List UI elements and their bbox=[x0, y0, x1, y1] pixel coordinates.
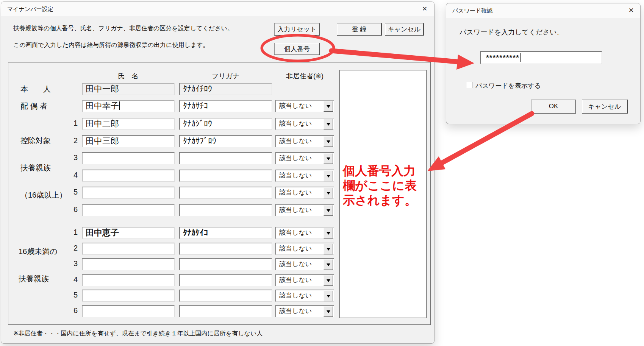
nonresident-dropdown[interactable]: 該当しない bbox=[275, 100, 334, 112]
furigana-input[interactable]: ﾀﾅｶｲﾁﾛｳ bbox=[179, 83, 272, 95]
name-input[interactable] bbox=[82, 152, 175, 164]
dropdown-selected-value: 該当しない bbox=[279, 189, 312, 196]
row-number: 4 bbox=[60, 275, 78, 284]
dropdown-button[interactable] bbox=[324, 119, 333, 129]
furigana-input[interactable] bbox=[179, 204, 272, 216]
dropdown-button[interactable] bbox=[324, 291, 333, 301]
password-input[interactable]: ********** bbox=[480, 51, 602, 64]
name-input[interactable] bbox=[82, 290, 175, 302]
nonresident-dropdown[interactable]: 該当しない bbox=[275, 274, 334, 286]
name-input[interactable] bbox=[82, 187, 175, 199]
dropdown-selected-value: 該当しない bbox=[279, 172, 312, 179]
dropdown-button[interactable] bbox=[324, 205, 333, 216]
dropdown-button[interactable] bbox=[324, 306, 333, 317]
dropdown-selected-value: 該当しない bbox=[279, 154, 312, 162]
name-input[interactable]: 田中三郎 bbox=[82, 135, 175, 147]
chevron-down-icon bbox=[327, 123, 330, 126]
name-input[interactable]: 田中幸子 bbox=[82, 100, 175, 112]
password-dialog-title: パスワード確認 bbox=[452, 7, 492, 14]
ok-button[interactable]: OK bbox=[531, 100, 576, 114]
name-input[interactable] bbox=[82, 258, 175, 270]
chevron-down-icon bbox=[327, 175, 330, 178]
row-number: 4 bbox=[60, 171, 78, 179]
furigana-input[interactable] bbox=[179, 274, 272, 286]
password-cancel-button[interactable]: キャンセル bbox=[582, 100, 628, 114]
dropdown-button[interactable] bbox=[324, 153, 333, 164]
show-password-checkbox[interactable] bbox=[466, 82, 472, 88]
callout-line: 個人番号入力 bbox=[343, 164, 428, 178]
dropdown-button[interactable] bbox=[324, 171, 333, 181]
nonresident-dropdown[interactable]: 該当しない bbox=[275, 204, 334, 216]
nonresident-dropdown[interactable]: 該当しない bbox=[275, 135, 334, 147]
table-row: 3該当しない bbox=[1, 152, 434, 164]
name-input[interactable]: 田中二郎 bbox=[82, 118, 175, 130]
dropdown-selected-value: 該当しない bbox=[279, 137, 312, 145]
nonresident-dropdown[interactable]: 該当しない bbox=[275, 187, 334, 199]
dropdown-button[interactable] bbox=[324, 275, 333, 286]
row-number: 2 bbox=[60, 244, 78, 252]
name-input[interactable] bbox=[82, 170, 175, 182]
nonresident-dropdown[interactable]: 該当しない bbox=[275, 118, 334, 130]
furigana-input[interactable] bbox=[179, 243, 272, 255]
password-masked-value: ********** bbox=[486, 53, 519, 62]
table-row: 1田中恵子ﾀﾅｶｹｲｺ該当しない bbox=[1, 227, 434, 239]
password-prompt: パスワードを入力してください。 bbox=[460, 28, 564, 37]
dropdown-button[interactable] bbox=[324, 136, 333, 147]
furigana-input[interactable] bbox=[179, 305, 272, 317]
name-input[interactable]: 田中恵子 bbox=[82, 227, 175, 239]
text-cursor bbox=[520, 53, 521, 62]
dropdown-selected-value: 該当しない bbox=[279, 120, 312, 127]
name-input[interactable] bbox=[82, 305, 175, 317]
nonresident-dropdown[interactable]: 該当しない bbox=[275, 152, 334, 164]
row-number: 1 bbox=[60, 228, 78, 237]
chevron-down-icon bbox=[327, 232, 330, 235]
name-input[interactable] bbox=[82, 274, 175, 286]
row-number: 2 bbox=[60, 136, 78, 145]
dropdown-selected-value: 該当しない bbox=[279, 260, 312, 268]
name-input[interactable] bbox=[82, 204, 175, 216]
row-number: 5 bbox=[60, 188, 78, 196]
dropdown-button[interactable] bbox=[324, 101, 333, 112]
chevron-down-icon bbox=[327, 157, 330, 160]
row-number: 1 bbox=[60, 119, 78, 128]
chevron-down-icon bbox=[327, 248, 330, 251]
table-row: 4該当しない bbox=[1, 274, 434, 286]
chevron-down-icon bbox=[327, 279, 330, 282]
show-password-label: パスワードを表示する bbox=[475, 81, 541, 90]
chevron-down-icon bbox=[327, 105, 330, 108]
furigana-input[interactable]: ﾀﾅｶｻﾁｺ bbox=[179, 100, 272, 112]
dropdown-button[interactable] bbox=[324, 244, 333, 254]
nonresident-dropdown[interactable]: 該当しない bbox=[275, 290, 334, 302]
furigana-input[interactable] bbox=[179, 258, 272, 270]
nonresident-dropdown[interactable]: 該当しない bbox=[275, 258, 334, 270]
close-icon[interactable]: ✕ bbox=[624, 5, 638, 16]
row-number: 5 bbox=[60, 291, 78, 299]
dropdown-button[interactable] bbox=[324, 188, 333, 198]
nonresident-dropdown[interactable]: 該当しない bbox=[275, 170, 334, 182]
furigana-input[interactable] bbox=[179, 187, 272, 199]
dropdown-selected-value: 該当しない bbox=[279, 206, 312, 214]
name-input[interactable] bbox=[82, 243, 175, 255]
dropdown-button[interactable] bbox=[324, 259, 333, 270]
name-input[interactable]: 田中一郎 bbox=[82, 83, 175, 95]
furigana-input[interactable]: ﾀﾅｶｻﾌﾞﾛｳ bbox=[179, 135, 272, 147]
furigana-input[interactable] bbox=[179, 290, 272, 302]
furigana-input[interactable]: ﾀﾅｶｼﾞﾛｳ bbox=[179, 118, 272, 130]
dropdown-selected-value: 該当しない bbox=[279, 102, 312, 109]
dropdown-button[interactable] bbox=[324, 228, 333, 238]
table-row: 田中幸子ﾀﾅｶｻﾁｺ該当しない bbox=[1, 100, 434, 112]
table-row: 6該当しない bbox=[1, 305, 434, 317]
table-row: 2該当しない bbox=[1, 243, 434, 255]
screenshot-root: マイナンバー設定 ✕ 扶養親族等の個人番号、氏名、フリガナ、非居住者の区分を設定… bbox=[0, 0, 644, 346]
furigana-input[interactable]: ﾀﾅｶｹｲｺ bbox=[179, 227, 272, 239]
nonresident-dropdown[interactable]: 該当しない bbox=[275, 305, 334, 317]
table-row: 1田中二郎ﾀﾅｶｼﾞﾛｳ該当しない bbox=[1, 118, 434, 130]
nonresident-dropdown[interactable]: 該当しない bbox=[275, 243, 334, 255]
row-number: 6 bbox=[60, 205, 78, 214]
furigana-input[interactable] bbox=[179, 170, 272, 182]
chevron-down-icon bbox=[327, 140, 330, 143]
nonresident-dropdown[interactable]: 該当しない bbox=[275, 227, 334, 239]
furigana-input[interactable] bbox=[179, 152, 272, 164]
chevron-down-icon bbox=[327, 310, 330, 313]
dropdown-selected-value: 該当しない bbox=[279, 307, 312, 315]
